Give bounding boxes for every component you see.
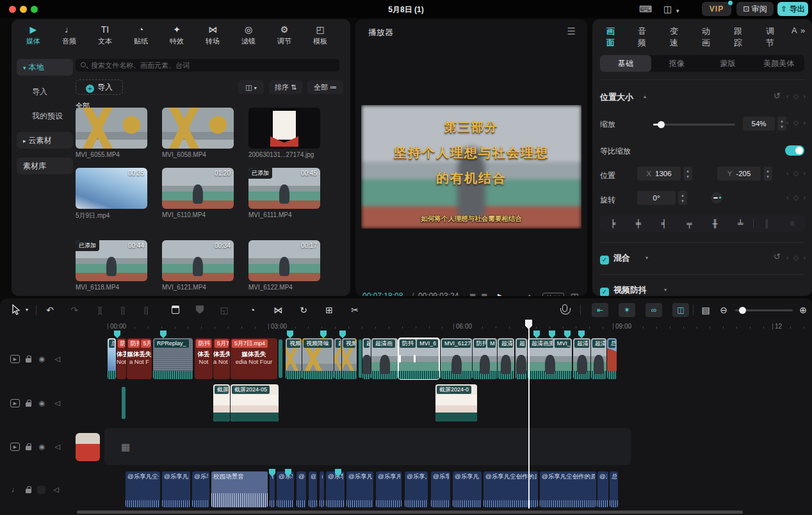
timeline-clip[interactable]: 超清 xyxy=(498,338,514,379)
rotate-dial[interactable] xyxy=(711,192,722,204)
media-item[interactable]: 00:34MVI_6121.MP4 xyxy=(162,240,234,291)
media-tab-音频[interactable]: ♩音频 xyxy=(51,22,87,49)
audio-clip[interactable]: @乐享凡尘( xyxy=(162,471,190,507)
frame-back-icon[interactable]: ≣ xyxy=(469,291,476,296)
audio-clip[interactable]: @乐享 xyxy=(277,471,294,507)
audio-clip[interactable]: @乐享凡尘创作的原声 xyxy=(540,471,596,507)
clip-sliver[interactable] xyxy=(122,387,126,419)
view-mode-button[interactable]: ◫ ▾ xyxy=(238,80,264,94)
layout-icon[interactable]: ◫ xyxy=(663,3,672,15)
scale-value[interactable]: 54% xyxy=(743,117,775,131)
stabilize-checkbox[interactable]: ✓ xyxy=(600,288,609,296)
rotate-value[interactable]: 0° xyxy=(637,191,676,205)
select-tool-icon[interactable] xyxy=(12,304,21,315)
ratio-button[interactable]: 比例 xyxy=(542,293,564,296)
clip-transition-sliver[interactable] xyxy=(359,339,362,378)
marker-pin-icon[interactable] xyxy=(578,331,585,338)
more-tabs-icon[interactable]: » xyxy=(800,26,805,35)
mute-slot[interactable] xyxy=(37,486,45,494)
stabilize-caret-icon[interactable]: ▾ xyxy=(664,287,667,293)
timeline-clip-screenshot[interactable]: 截屏2024-05 xyxy=(231,384,279,421)
shortcut-keys-icon[interactable]: ⌨ xyxy=(639,3,652,15)
zoom-in-icon[interactable]: ⊕ xyxy=(797,302,809,318)
focus-icon[interactable]: ⌖ xyxy=(527,291,532,296)
horizontal-scrollbar[interactable] xyxy=(77,511,743,514)
audio-clip[interactable]: 校园场景音 xyxy=(211,471,268,507)
video-preview[interactable]: 第三部分 坚持个人理想与社会理想 的有机结合 如何将个人理想与社会需要相结合 xyxy=(361,105,581,229)
lock-icon[interactable] xyxy=(26,489,31,493)
media-item[interactable]: 01:20MVI_6110.MP4 xyxy=(162,168,234,218)
lock-icon[interactable] xyxy=(26,402,31,407)
audio-clip[interactable]: @乐享凡 xyxy=(453,471,482,507)
audio-clip[interactable]: @乐享凡尘创 xyxy=(126,471,160,507)
marker-pin-icon[interactable] xyxy=(533,331,540,338)
media-tab-转场[interactable]: ⋈转场 xyxy=(195,22,231,49)
timeline-clip[interactable]: 视频降噪 xyxy=(302,338,334,379)
align-right-icon[interactable]: ╡ xyxy=(651,219,677,228)
scale-stepper[interactable]: ▲▼ xyxy=(777,117,786,131)
subtab-蒙版[interactable]: 蒙版 xyxy=(702,55,754,72)
fullscreen-icon[interactable]: ◳ xyxy=(571,291,578,296)
marker-pin-icon[interactable] xyxy=(549,331,555,338)
media-item[interactable]: 00:355月9日.mp4 xyxy=(76,168,147,220)
timeline-clip[interactable]: 超 xyxy=(334,338,341,379)
lock-icon[interactable] xyxy=(26,446,31,450)
marker-pin-icon[interactable] xyxy=(160,331,166,338)
subtab-美颜美体[interactable]: 美颜美体 xyxy=(753,55,804,72)
blend-reset-icon[interactable]: ↺ xyxy=(774,252,781,261)
align-top-icon[interactable]: ╤ xyxy=(677,219,702,228)
sort-button[interactable]: 排序 ⇅ xyxy=(269,80,302,94)
timeline-clip-missing-media[interactable]: 防抖体丢Not xyxy=(195,338,213,379)
audio-clip[interactable]: @乐享 xyxy=(326,471,345,507)
timeline-clip[interactable]: RPReplay_ xyxy=(153,338,193,379)
timeline-clip[interactable]: MVI_6127 xyxy=(441,338,472,379)
audio-clip[interactable]: @乐享凡尘 xyxy=(405,471,428,507)
redo-button[interactable]: ↷ xyxy=(67,302,82,318)
properties-tab-画面[interactable]: 画面 xyxy=(606,26,615,49)
preview-quality-icon[interactable]: ▤ xyxy=(698,302,713,318)
sidebar-item-导入[interactable]: 导入 xyxy=(17,83,73,100)
undo-button[interactable]: ↶ xyxy=(42,302,58,318)
timeline-zoom-slider[interactable] xyxy=(735,309,793,311)
sidebar-item-我的预设[interactable]: 我的预设 xyxy=(17,108,73,124)
rotate-stepper[interactable]: ▲▼ xyxy=(678,191,687,205)
audio-clip[interactable]: @乐享凡尘创作的原声 xyxy=(483,471,538,507)
media-tab-特效[interactable]: ✦特效 xyxy=(159,22,195,49)
timeline-clip[interactable]: 总 xyxy=(607,338,617,379)
media-tab-贴纸[interactable]: ◔贴纸 xyxy=(123,22,159,49)
timeline-clip[interactable] xyxy=(76,433,100,461)
timeline-clip[interactable]: 视频防 xyxy=(286,338,302,379)
audio-clip[interactable]: @乐 xyxy=(597,471,608,507)
align-bottom-icon[interactable]: ╧ xyxy=(727,219,753,228)
player-menu-icon[interactable]: ☰ xyxy=(567,26,576,37)
import-button[interactable]: +导入 xyxy=(76,79,123,95)
timeline-clip[interactable]: 总 xyxy=(108,338,116,379)
play-button[interactable]: ▶ xyxy=(498,291,504,296)
eye-icon[interactable]: ◉ xyxy=(37,355,47,363)
reset-icon[interactable]: ↺ xyxy=(774,91,781,101)
media-tab-模板[interactable]: ◰模板 xyxy=(302,22,338,49)
sidebar-item-素材库[interactable]: 素材库 xyxy=(17,158,73,174)
speaker-icon[interactable]: ◁ xyxy=(53,443,62,451)
timeline-clip[interactable]: 超清画 xyxy=(371,338,398,379)
sidebar-item-本地[interactable]: ▾本地 xyxy=(17,59,73,76)
magnetic-snap-tool[interactable]: ✶ xyxy=(619,303,635,317)
blend-keyframe-nav[interactable]: ‹ ◇ › xyxy=(786,254,807,262)
audio-clip[interactable]: @乐 xyxy=(296,471,306,507)
timeline-clip-screenshot[interactable]: 截屏2024-0 xyxy=(435,384,477,421)
audio-clip[interactable]: @乐 xyxy=(309,471,317,507)
marker-pin-icon[interactable] xyxy=(339,331,346,338)
audio-clip[interactable]: @ xyxy=(320,471,324,507)
scale-slider[interactable] xyxy=(653,124,735,126)
subtab-基础[interactable]: 基础 xyxy=(600,55,651,72)
delete-button[interactable] xyxy=(168,302,183,318)
filter-button[interactable]: 全部 ≔ xyxy=(307,80,343,94)
vip-button[interactable]: VIP xyxy=(702,2,731,16)
speed-button[interactable]: ◔ xyxy=(245,302,260,318)
properties-tab-跟踪[interactable]: 跟踪 xyxy=(734,26,742,49)
audio-clip[interactable]: @乐享凡尘 xyxy=(346,471,373,507)
rotate-keyframe-nav[interactable]: ‹ ◇ › xyxy=(786,193,807,202)
layout-caret-icon[interactable]: ▾ xyxy=(676,4,679,17)
split-preview-tool[interactable]: ◫ xyxy=(672,303,689,317)
align-center-horizontal-icon[interactable]: ╪ xyxy=(626,219,651,228)
